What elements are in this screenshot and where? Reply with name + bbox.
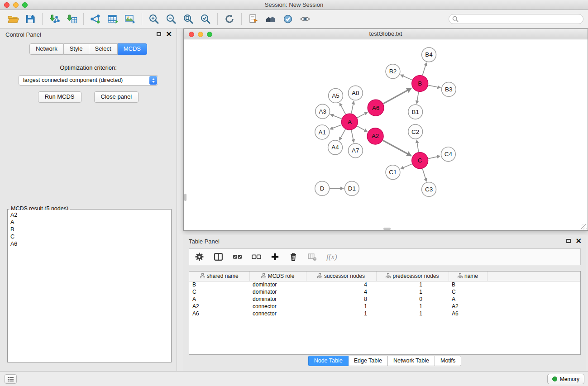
optimization-criterion-select[interactable]: largest connected component (directed)	[19, 75, 158, 86]
result-item[interactable]: A6	[10, 240, 168, 248]
mcds-result-list[interactable]: A2ABCA6	[8, 210, 171, 362]
edge-B-B2[interactable]	[401, 75, 412, 80]
table-cell[interactable]: B	[449, 281, 487, 288]
table-cell[interactable]: 1	[376, 288, 449, 295]
node-B1[interactable]: B1	[408, 105, 423, 119]
new-network-button[interactable]	[87, 12, 104, 26]
table-row[interactable]: Adominator80A	[189, 295, 580, 303]
tab-mcds[interactable]: MCDS	[118, 43, 147, 55]
table-cell[interactable]: B	[189, 281, 249, 288]
table-cell[interactable]	[487, 281, 580, 288]
edge-A-A2[interactable]	[357, 126, 367, 131]
table-cell[interactable]	[487, 288, 580, 295]
edge-C-C3[interactable]	[422, 169, 426, 181]
node-B3[interactable]: B3	[441, 82, 456, 97]
edge-A-A8[interactable]	[351, 101, 354, 114]
column-header-name[interactable]: name	[449, 272, 487, 281]
table-cell[interactable]: 4	[306, 288, 376, 295]
result-item[interactable]: A	[10, 219, 168, 226]
float-panel-icon[interactable]	[157, 32, 161, 36]
tab-network[interactable]: Network	[29, 43, 64, 55]
show-hide-button[interactable]	[296, 12, 314, 26]
network-resize-grip[interactable]	[581, 224, 587, 229]
table-cell[interactable]: dominator	[249, 288, 306, 295]
node-A7[interactable]: A7	[348, 143, 363, 158]
table-cell[interactable]: C	[449, 288, 487, 295]
table-cell[interactable]: 4	[306, 281, 376, 288]
table-row[interactable]: Cdominator41C	[189, 288, 580, 295]
table-cell[interactable]: A2	[189, 303, 249, 310]
table-cell[interactable]	[487, 310, 580, 317]
tab-motifs[interactable]: Motifs	[435, 356, 461, 366]
edge-C-C4[interactable]	[428, 156, 440, 159]
network-minimize-button[interactable]	[198, 32, 203, 37]
search-input[interactable]	[449, 14, 583, 24]
table-cell[interactable]	[487, 303, 580, 310]
select-all-rows-button[interactable]	[233, 252, 242, 262]
export-image-button[interactable]	[121, 12, 139, 26]
node-D[interactable]: D	[315, 181, 330, 196]
node-B2[interactable]: B2	[386, 64, 400, 79]
table-cell[interactable]: C	[189, 288, 249, 295]
node-B[interactable]: B	[412, 76, 428, 92]
table-cell[interactable]: 1	[306, 310, 376, 317]
open-session-button[interactable]	[5, 12, 22, 26]
import-network-button[interactable]	[46, 12, 63, 26]
table-cell[interactable]: A	[449, 295, 487, 303]
network-canvas[interactable]: B4B2BB3A8A5A6B1A3AC2A1A2A4A7C4CC1C3DD1	[184, 40, 587, 230]
node-C[interactable]: C	[412, 152, 428, 169]
table-row[interactable]: A2connector11A2	[189, 303, 580, 310]
node-A2[interactable]: A2	[367, 128, 383, 144]
edge-A-A1[interactable]	[330, 125, 341, 129]
table-cell[interactable]: dominator	[249, 295, 306, 303]
home-button[interactable]	[262, 12, 279, 26]
combobox-stepper-icon[interactable]	[149, 76, 157, 85]
table-cell[interactable]: 8	[306, 295, 376, 303]
table-cell[interactable]: 0	[376, 295, 449, 303]
zoom-fit-button[interactable]	[180, 12, 197, 26]
add-column-button[interactable]	[271, 253, 279, 261]
node-A[interactable]: A	[341, 114, 358, 130]
run-mcds-button[interactable]: Run MCDS	[38, 91, 81, 103]
refresh-view-button[interactable]	[221, 12, 238, 26]
network-graph[interactable]: B4B2BB3A8A5A6B1A3AC2A1A2A4A7C4CC1C3DD1	[184, 40, 587, 230]
column-header-predecessor-nodes[interactable]: predecessor nodes	[376, 272, 449, 281]
table-cell[interactable]: A6	[189, 310, 249, 317]
tab-style[interactable]: Style	[64, 43, 89, 55]
node-C1[interactable]: C1	[386, 165, 400, 180]
edge-A6-B[interactable]	[383, 88, 411, 104]
result-item[interactable]: B	[10, 226, 168, 233]
node-D1[interactable]: D1	[344, 181, 359, 196]
show-columns-button[interactable]	[214, 252, 223, 262]
edge-C-C2[interactable]	[417, 140, 419, 152]
edge-A-A4[interactable]	[339, 129, 345, 140]
result-item[interactable]: C	[10, 233, 168, 240]
network-maximize-button[interactable]	[207, 32, 212, 37]
table-row[interactable]: Bdominator41B	[189, 281, 580, 288]
table-cell[interactable]: dominator	[249, 281, 306, 288]
result-item[interactable]: A2	[10, 211, 168, 219]
hide-columns-button[interactable]	[307, 252, 317, 262]
table-cell[interactable]: 1	[376, 281, 449, 288]
close-panel-icon[interactable]: ✕	[166, 32, 172, 37]
node-A3[interactable]: A3	[316, 104, 330, 119]
table-cell[interactable]: A2	[449, 303, 487, 310]
minimize-window-button[interactable]	[13, 2, 19, 8]
close-panel-button[interactable]: Close panel	[94, 91, 139, 103]
close-table-panel-icon[interactable]: ✕	[576, 238, 582, 243]
edge-B-B3[interactable]	[428, 85, 440, 87]
float-table-panel-icon[interactable]	[566, 239, 571, 243]
network-vertical-scrollbar[interactable]	[184, 194, 186, 201]
network-horizontal-scrollbar[interactable]	[383, 228, 391, 230]
import-table-button[interactable]	[63, 12, 80, 26]
filter-button[interactable]	[279, 12, 296, 26]
tab-network-table[interactable]: Network Table	[388, 356, 435, 366]
node-A8[interactable]: A8	[348, 86, 363, 100]
maximize-window-button[interactable]	[22, 2, 28, 8]
table-cell[interactable]: 1	[376, 303, 449, 310]
table-cell[interactable]: connector	[249, 303, 306, 310]
delete-column-button[interactable]	[289, 252, 298, 262]
edge-A-A7[interactable]	[351, 130, 354, 143]
zoom-in-button[interactable]	[145, 12, 163, 26]
new-network-table-button[interactable]	[104, 12, 121, 26]
